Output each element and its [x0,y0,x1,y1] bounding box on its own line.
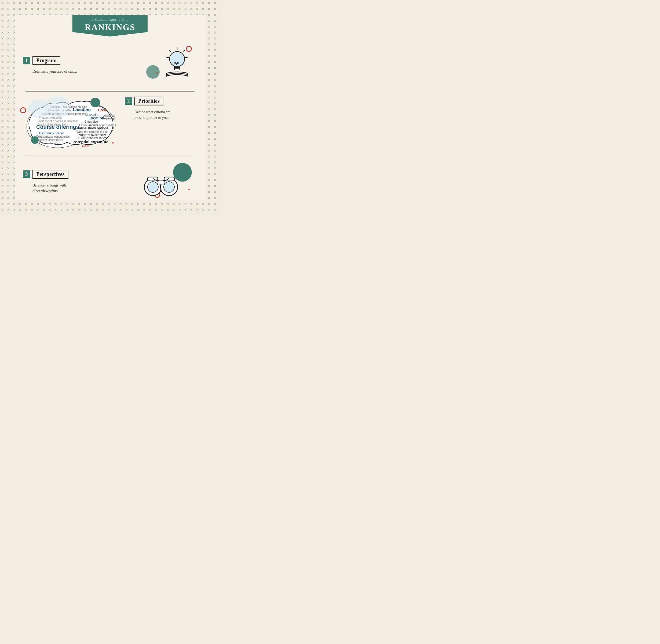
svg-text:Course offerings: Course offerings [39,142,58,145]
svg-point-49 [164,182,174,192]
svg-text:Online study options: Online study options [76,127,109,130]
svg-text:Cost: Cost [98,108,106,112]
svg-text:Extracurricular opportunities: Extracurricular opportunities [36,135,70,138]
inner-card: A Custom Approach to RANKINGS 1 Program … [15,15,205,200]
program-badge: 1 Program [23,56,61,65]
svg-line-3 [184,50,185,52]
section-perspectives-left: 3 Perspectives Balance rankings with oth… [23,170,138,194]
svg-text:Online study options: Online study options [38,132,64,135]
section-program-right: * [138,44,197,87]
word-cloud-area: On-campus housing Location Cost Addition… [23,97,119,150]
svg-point-47 [147,182,158,192]
svg-text:Potential commute: Potential commute [72,140,109,144]
svg-point-7 [169,51,185,67]
svg-point-44 [31,136,39,144]
program-number: 1 [23,57,30,64]
svg-rect-50 [157,181,165,184]
svg-text:Presence of a particular profe: Presence of a particular professor [38,120,78,123]
binoculars-icon-area: * [141,160,194,200]
svg-line-5 [169,50,171,52]
bg-circle-2 [44,97,71,118]
banner-subtitle: A Custom Approach to [78,18,142,22]
perspectives-number: 3 [23,170,30,178]
section-program-left: 1 Program Determine your area of study. [23,56,138,74]
section-priorities: On-campus housing Location Cost Addition… [23,92,197,155]
decorative-asterisk-1: * [156,70,159,77]
svg-text:*: * [111,141,114,146]
section-perspectives-right: * [138,160,197,200]
lightbulb-svg [161,45,193,80]
banner-title: RANKINGS [78,22,142,32]
svg-point-15 [90,98,100,107]
priorities-number: 2 [125,97,132,105]
svg-text:Class size: Class size [85,120,98,123]
svg-rect-10 [174,69,180,70]
section-priorities-right: 2 Priorities Decide what criteria are mo… [119,97,197,120]
svg-line-6 [166,57,169,58]
program-description: Determine your area of study. [32,69,133,74]
lightbulb-icon-area: * [141,44,194,87]
banner: A Custom Approach to RANKINGS [72,15,147,37]
svg-text:Course offerings: Course offerings [36,124,79,130]
perspectives-badge: 3 Perspectives [23,170,68,179]
perspectives-description: Balance rankings with other viewpoints. [32,182,133,194]
priorities-label: Priorities [135,97,163,106]
section-perspectives: 3 Perspectives Balance rankings with oth… [23,155,197,200]
program-label: Program [32,56,61,65]
content-area: 1 Program Determine your area of study. … [15,39,205,200]
priorities-description: Decide what criteria are most important … [135,109,192,120]
outer-border: ✕ A Custom Approach to RANKINGS 1 Progra… [0,0,220,215]
svg-text:Cost: Cost [82,144,90,148]
decorative-asterisk-3: * [188,187,190,194]
svg-text:expenses: expenses [103,117,115,120]
perspectives-label: Perspectives [32,170,68,179]
priorities-badge: 2 Priorities [125,97,163,106]
section-program: 1 Program Determine your area of study. … [23,39,197,92]
svg-text:Student-faculty ratios: Student-faculty ratios [38,138,63,141]
binoculars-svg [142,167,180,199]
svg-text:Location: Location [89,116,104,120]
decorative-circle-2 [20,107,26,113]
svg-line-4 [185,57,188,58]
